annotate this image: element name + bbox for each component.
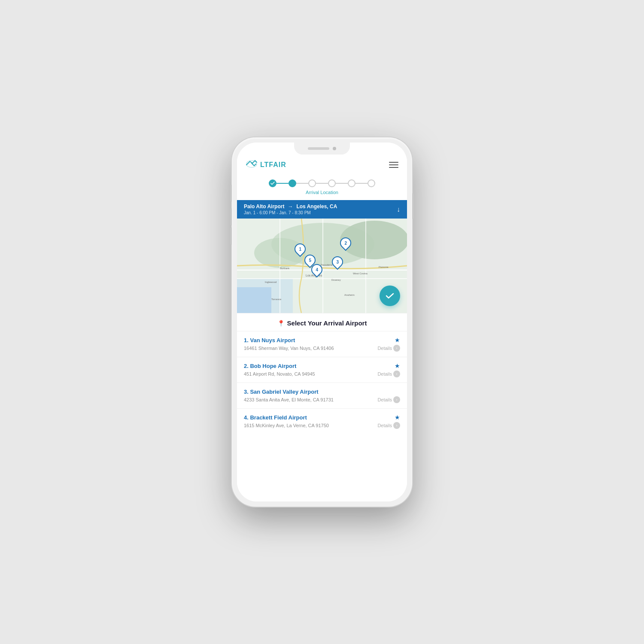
- map-pin-1[interactable]: 1: [295, 243, 306, 255]
- flight-bar[interactable]: Palo Alto Airport → Los Angeles, CA Jan.…: [237, 200, 407, 219]
- step-4: [328, 179, 336, 187]
- flight-route: Palo Alto Airport → Los Angeles, CA: [244, 204, 337, 210]
- step-line-3: [316, 183, 328, 184]
- flight-dates: Jan. 1 - 6:00 PM - Jan. 7 - 8:30 PM: [244, 210, 337, 215]
- flight-origin: Palo Alto Airport: [244, 204, 284, 210]
- speaker: [308, 147, 329, 150]
- logo-text: LTFAIR: [260, 161, 286, 169]
- map-pin-5[interactable]: 5: [304, 255, 316, 266]
- progress-label: Arrival Location: [306, 190, 338, 195]
- step-line-5: [355, 183, 368, 184]
- step-1: [269, 179, 276, 187]
- airport-4-details-icon: ›: [393, 422, 400, 429]
- map-pin-2[interactable]: 2: [340, 237, 351, 249]
- airport-4-star: ★: [395, 414, 400, 421]
- airport-item-1[interactable]: 1. Van Nuys Airport ★ 16461 Sherman Way,…: [237, 331, 407, 357]
- airport-2-star: ★: [395, 362, 400, 369]
- airport-4-address: 1615 McKinley Ave, La Verne, CA 91750: [244, 423, 329, 428]
- step-line-4: [336, 183, 348, 184]
- down-arrow-icon: ↓: [397, 206, 400, 213]
- select-title: Select Your Arrival Airport: [287, 319, 367, 327]
- phone-frame: LTFAIR: [232, 137, 412, 507]
- airport-1-details-icon: ›: [393, 345, 400, 352]
- map-background: Los Angeles Pasadena Burbank Inglewood T…: [237, 219, 407, 313]
- confirm-button[interactable]: [380, 286, 400, 306]
- logo-icon: [246, 159, 258, 171]
- step-line-2: [296, 183, 308, 184]
- airport-1-name: 1. Van Nuys Airport: [244, 337, 295, 343]
- flight-info: Palo Alto Airport → Los Angeles, CA Jan.…: [244, 204, 337, 215]
- step-line-1: [276, 183, 289, 184]
- airport-item-3[interactable]: 3. San Gabriel Valley Airport ★ 4233 San…: [237, 383, 407, 409]
- airport-3-details-icon: ›: [393, 396, 400, 403]
- airport-1-star: ★: [395, 337, 400, 343]
- step-3: [308, 179, 316, 187]
- flight-expand-button[interactable]: ↓: [397, 206, 400, 213]
- steps-row: [269, 179, 375, 187]
- airport-2-details-button[interactable]: Details ›: [377, 371, 400, 377]
- step-2: [289, 179, 296, 187]
- phone-notch: [294, 143, 350, 155]
- step-6: [368, 179, 375, 187]
- airport-3-name: 3. San Gabriel Valley Airport: [244, 389, 319, 395]
- phone-screen: LTFAIR: [237, 143, 407, 501]
- airport-4-details-label: Details: [377, 423, 392, 428]
- airport-4-name: 4. Brackett Field Airport: [244, 414, 307, 421]
- svg-point-0: [246, 161, 257, 167]
- airport-4-details-button[interactable]: Details ›: [377, 422, 400, 429]
- airport-1-details-button[interactable]: Details ›: [377, 345, 400, 352]
- airport-item-4[interactable]: 4. Brackett Field Airport ★ 1615 McKinle…: [237, 409, 407, 434]
- flight-arrow-icon: →: [288, 204, 293, 210]
- step-5: [348, 179, 355, 187]
- airport-item-2[interactable]: 2. Bob Hope Airport ★ 451 Airport Rd, No…: [237, 357, 407, 383]
- hamburger-menu[interactable]: [389, 162, 398, 168]
- airport-3-address: 4233 Santa Anita Ave, El Monte, CA 91731: [244, 397, 334, 402]
- progress-section: Arrival Location: [237, 176, 407, 200]
- airport-3-details-button[interactable]: Details ›: [377, 396, 400, 403]
- app-logo: LTFAIR: [246, 159, 286, 171]
- camera: [333, 147, 336, 150]
- location-pin-icon: 📍: [277, 320, 285, 327]
- airport-2-details-icon: ›: [393, 371, 400, 377]
- airport-2-name: 2. Bob Hope Airport: [244, 363, 296, 369]
- map-pin-3[interactable]: 3: [332, 256, 343, 267]
- map-container[interactable]: Los Angeles Pasadena Burbank Inglewood T…: [237, 219, 407, 313]
- flight-destination: Los Angeles, CA: [296, 204, 337, 210]
- airport-2-details-label: Details: [377, 371, 392, 377]
- airport-3-details-label: Details: [377, 397, 392, 402]
- airport-1-details-label: Details: [377, 346, 392, 351]
- bottom-panel: 📍 Select Your Arrival Airport 1. Van Nuy…: [237, 313, 407, 501]
- airport-2-address: 451 Airport Rd, Novato, CA 94945: [244, 371, 315, 377]
- select-header: 📍 Select Your Arrival Airport: [237, 313, 407, 331]
- airport-1-address: 16461 Sherman Way, Van Nuys, CA 91406: [244, 346, 334, 351]
